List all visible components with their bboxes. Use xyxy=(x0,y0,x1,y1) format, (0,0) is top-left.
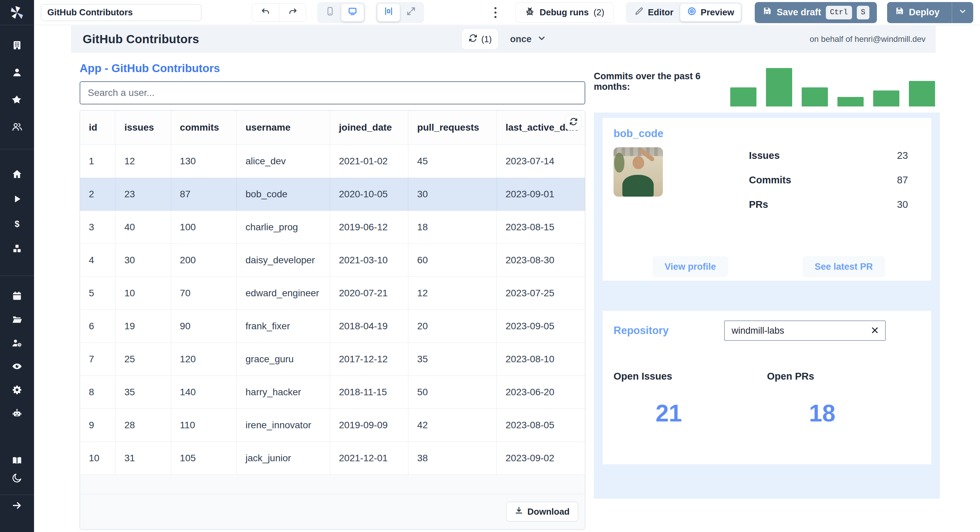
stat-value: 30 xyxy=(897,199,908,210)
repository-input[interactable] xyxy=(724,321,886,341)
table-cell: 110 xyxy=(171,408,237,441)
sidebar-item-building[interactable] xyxy=(11,40,23,52)
kebab-menu-icon[interactable] xyxy=(490,4,501,21)
table-row[interactable]: 725120grace_guru2017-12-12352023-08-10 xyxy=(80,343,585,376)
desktop-view-button[interactable] xyxy=(341,4,364,21)
user-stat-row: Commits87 xyxy=(749,175,920,186)
app-refresh-count: (1) xyxy=(481,34,492,44)
sidebar-item-dollar[interactable]: $ xyxy=(11,219,23,230)
sidebar-item-folder[interactable] xyxy=(11,314,23,326)
sidebar-item-user[interactable] xyxy=(11,67,23,79)
calendar-icon xyxy=(11,291,22,303)
table-row[interactable]: 22387bob_code2020-10-05302023-09-01 xyxy=(80,178,585,211)
sidebar-item-book[interactable] xyxy=(11,456,23,467)
bug-icon xyxy=(525,6,535,19)
table-row[interactable]: 928110irene_innovator2019-09-09422023-08… xyxy=(80,408,585,441)
table-cell: 2017-12-12 xyxy=(330,343,408,376)
sidebar-item-star[interactable] xyxy=(11,95,23,106)
sidebar-item-moon[interactable] xyxy=(11,473,23,484)
see-latest-pr-button[interactable]: See latest PR xyxy=(802,256,885,277)
monitor-icon xyxy=(347,6,358,19)
column-header-issues[interactable]: issues xyxy=(115,111,171,145)
table-cell: 2019-09-09 xyxy=(330,408,408,441)
editor-tab[interactable]: Editor xyxy=(627,4,680,21)
view-profile-button[interactable]: View profile xyxy=(652,256,728,277)
table-row[interactable]: 835140harry_hacker2018-11-15502023-06-20 xyxy=(80,376,585,408)
table-row[interactable]: 1031105jack_junior2021-12-01382023-09-02 xyxy=(80,441,585,475)
sidebar-nav: $ xyxy=(0,25,34,512)
sidebar-item-user-cog[interactable] xyxy=(11,338,23,349)
detail-panel: bob_code Issues23Commits87PRs30 View pro… xyxy=(594,113,940,499)
table-cell: 6 xyxy=(80,310,115,343)
table-cell: alice_dev xyxy=(237,145,330,178)
sidebar-item-home[interactable] xyxy=(11,169,23,181)
table-row[interactable]: 51070edward_engineer2020-07-21122023-07-… xyxy=(80,276,585,310)
app-title-input[interactable] xyxy=(41,4,202,21)
schedule-label: once xyxy=(510,34,531,44)
editor-label: Editor xyxy=(648,7,673,18)
deploy-label: Deploy xyxy=(909,7,940,18)
table-cell: 120 xyxy=(171,343,237,376)
table-cell: 2023-08-05 xyxy=(496,408,585,441)
debug-runs-button[interactable]: Debug runs (2) xyxy=(515,2,614,23)
user-icon xyxy=(11,67,22,79)
undo-redo-group xyxy=(252,3,306,22)
app-refresh-button[interactable]: (1) xyxy=(462,29,498,49)
redo-button[interactable] xyxy=(279,4,306,21)
app-header-bar: GitHub Contributors (1) once xyxy=(71,25,936,53)
column-header-commits[interactable]: commits xyxy=(171,111,237,145)
expand-button[interactable] xyxy=(400,4,422,21)
refresh-icon xyxy=(569,117,578,127)
app-canvas: GitHub Contributors (1) once xyxy=(34,25,980,532)
sidebar-item-gear[interactable] xyxy=(11,385,23,396)
undo-button[interactable] xyxy=(252,4,279,21)
table-cell: 7 xyxy=(80,343,115,376)
column-header-joined_date[interactable]: joined_date xyxy=(330,111,408,145)
sidebar-item-cubes[interactable] xyxy=(11,243,23,255)
table-cell: 1 xyxy=(80,145,115,178)
table-cell: 35 xyxy=(408,343,497,376)
table-cell: 8 xyxy=(80,376,115,408)
download-button[interactable]: Download xyxy=(506,502,578,521)
column-header-username[interactable]: username xyxy=(237,111,330,145)
user-card: bob_code Issues23Commits87PRs30 View pro… xyxy=(602,118,932,281)
table-row[interactable]: 340100charlie_prog2019-06-12182023-08-15 xyxy=(80,211,585,243)
table-row[interactable]: 112130alice_dev2021-01-02452023-07-14 xyxy=(80,145,585,178)
table-row[interactable]: 430200daisy_developer2021-03-10602023-08… xyxy=(80,243,585,276)
expand-icon xyxy=(406,6,416,19)
clear-input-button[interactable] xyxy=(867,323,882,338)
sidebar-item-arrow-right[interactable] xyxy=(11,500,23,512)
pencil-icon xyxy=(634,6,644,18)
align-center-button[interactable] xyxy=(377,4,400,21)
table-refresh-button[interactable] xyxy=(565,114,582,130)
windmill-logo[interactable] xyxy=(0,0,34,25)
preview-label: Preview xyxy=(701,7,734,18)
table-row[interactable]: 61990frank_fixer2018-04-19202023-09-05 xyxy=(80,310,585,343)
debug-runs-count: (2) xyxy=(593,7,605,18)
table-cell: 50 xyxy=(408,376,497,408)
sidebar-item-bot[interactable] xyxy=(11,408,23,420)
sidebar-item-calendar[interactable] xyxy=(11,291,23,302)
column-header-id[interactable]: id xyxy=(80,111,115,145)
save-draft-button[interactable]: Save draft Ctrl S xyxy=(755,2,877,23)
repo-metric: Open Issues21 xyxy=(614,371,767,427)
mobile-view-button[interactable] xyxy=(319,4,341,21)
table-cell: irene_innovator xyxy=(237,408,330,441)
preview-tab[interactable]: Preview xyxy=(680,4,741,21)
schedule-dropdown[interactable]: once xyxy=(510,33,546,45)
eye-icon xyxy=(11,361,22,373)
save-draft-label: Save draft xyxy=(776,7,821,18)
sidebar-item-users[interactable] xyxy=(11,122,23,133)
deploy-button[interactable]: Deploy xyxy=(887,2,947,23)
table-cell: 87 xyxy=(171,178,237,211)
refresh-icon xyxy=(468,33,478,45)
search-input[interactable] xyxy=(80,81,585,105)
avatar xyxy=(614,147,663,197)
sidebar-item-eye[interactable] xyxy=(11,361,23,373)
metric-label: Open Issues xyxy=(614,371,767,382)
commits-chart: Commits over the past 6 months: xyxy=(594,57,940,106)
deploy-dropdown-button[interactable] xyxy=(952,2,973,23)
table-cell: 200 xyxy=(171,243,237,276)
sidebar-item-play[interactable] xyxy=(11,194,23,205)
column-header-pull_requests[interactable]: pull_requests xyxy=(408,111,497,145)
